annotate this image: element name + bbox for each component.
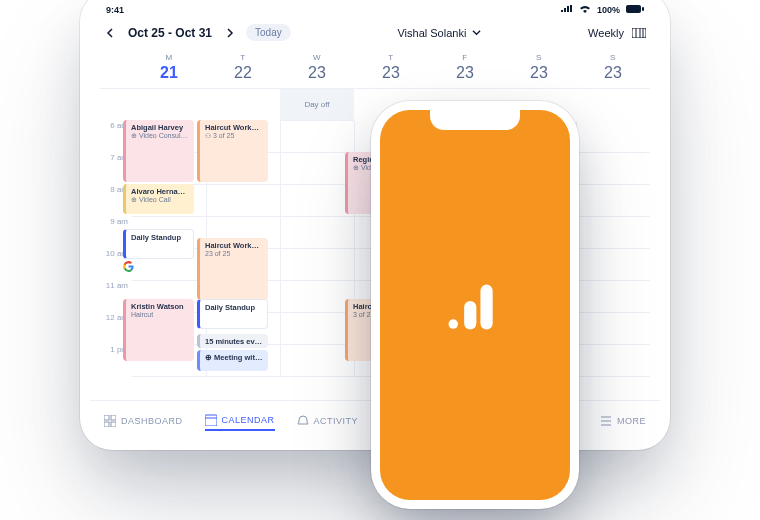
grid-cell[interactable] (576, 281, 650, 313)
day-col-tue[interactable]: T22 (206, 49, 280, 88)
view-mode-label[interactable]: Weekly (588, 27, 624, 39)
day-col-sat[interactable]: S23 (502, 49, 576, 88)
grid-cell[interactable] (280, 313, 354, 345)
grid-cell[interactable] (576, 345, 650, 377)
svg-rect-2 (632, 28, 646, 38)
svg-rect-3 (104, 415, 109, 420)
event-hw1[interactable]: Haircut Workshops⚇ 3 of 25 (197, 120, 268, 182)
event-abigail[interactable]: Abigail Harvey⊕ Video Consultations (123, 120, 194, 182)
prev-week-button[interactable] (104, 26, 118, 40)
grid-cell[interactable] (206, 185, 280, 217)
grid-cell[interactable] (280, 281, 354, 313)
event-kristin[interactable]: Kristin WatsonHaircut (123, 299, 194, 361)
svg-rect-1 (642, 7, 644, 11)
grid-cell[interactable] (280, 217, 354, 249)
wifi-icon (579, 5, 591, 15)
grid-cell[interactable] (280, 345, 354, 377)
day-col-mon[interactable]: M21 (132, 49, 206, 88)
event-standup2[interactable]: Daily Standup (197, 299, 268, 329)
battery-percent: 100% (597, 5, 620, 15)
svg-rect-9 (464, 301, 476, 330)
grid-cell[interactable] (280, 249, 354, 281)
svg-rect-5 (104, 422, 109, 427)
event-alvaro[interactable]: Alvaro Hernandez⊕ Video Call (123, 184, 194, 214)
chevron-down-icon (472, 27, 481, 39)
tablet-device: 9:41 100% Oct 25 - Oct 31 (90, 0, 660, 440)
day-col-thu[interactable]: T23 (354, 49, 428, 88)
today-button[interactable]: Today (246, 24, 291, 41)
grid-cell[interactable] (576, 153, 650, 185)
view-mode-icon[interactable] (632, 28, 646, 38)
svg-rect-10 (480, 285, 492, 330)
event-fifteen[interactable]: 15 minutes event (197, 334, 268, 348)
status-time: 9:41 (106, 5, 124, 15)
grid-cell[interactable] (576, 313, 650, 345)
user-picker[interactable]: Vishal Solanki (397, 27, 481, 39)
svg-rect-6 (111, 422, 116, 427)
tab-activity[interactable]: ACTIVITY (297, 415, 359, 427)
app-logo-icon (441, 271, 509, 339)
calendar-topbar: Oct 25 - Oct 31 Today Vishal Solanki Wee… (90, 18, 660, 49)
battery-icon (626, 5, 644, 15)
day-off-strip: Day off (280, 89, 354, 121)
user-name: Vishal Solanki (397, 27, 466, 39)
svg-rect-4 (111, 415, 116, 420)
svg-point-8 (448, 319, 458, 329)
event-hw2[interactable]: Haircut Workshops23 of 25 (197, 238, 268, 300)
tab-dashboard[interactable]: DASHBOARD (104, 415, 183, 427)
event-meeting[interactable]: ⊕ Meeting with Jo… (197, 350, 268, 370)
phone-device (380, 110, 570, 500)
event-standup1[interactable]: Daily Standup (123, 229, 194, 259)
grid-cell[interactable] (576, 217, 650, 249)
date-range[interactable]: Oct 25 - Oct 31 (128, 26, 212, 40)
phone-splash (380, 110, 570, 500)
calendar-grid[interactable]: Day off 6 am7 am8 am9 am10 am11 am12 am1… (90, 88, 660, 377)
status-bar: 9:41 100% (90, 0, 660, 18)
tab-calendar[interactable]: CALENDAR (205, 414, 275, 431)
svg-rect-0 (626, 5, 641, 13)
grid-cell[interactable] (576, 185, 650, 217)
day-col-sun[interactable]: S23 (576, 49, 650, 88)
next-week-button[interactable] (222, 26, 236, 40)
signal-icon (561, 5, 573, 15)
grid-cell[interactable] (576, 121, 650, 153)
tab-more[interactable]: MORE (600, 415, 646, 427)
day-header: M21 T22 W23 T23 F23 S23 S23 (90, 49, 660, 88)
grid-cell[interactable] (280, 185, 354, 217)
phone-notch (430, 110, 520, 130)
grid-cell[interactable] (280, 153, 354, 185)
grid-cell[interactable] (280, 121, 354, 153)
svg-rect-7 (205, 415, 217, 426)
grid-cell[interactable] (576, 249, 650, 281)
day-col-wed[interactable]: W23 (280, 49, 354, 88)
bottom-tabs: DASHBOARD CALENDAR ACTIVITY MORE (90, 400, 660, 440)
day-col-fri[interactable]: F23 (428, 49, 502, 88)
